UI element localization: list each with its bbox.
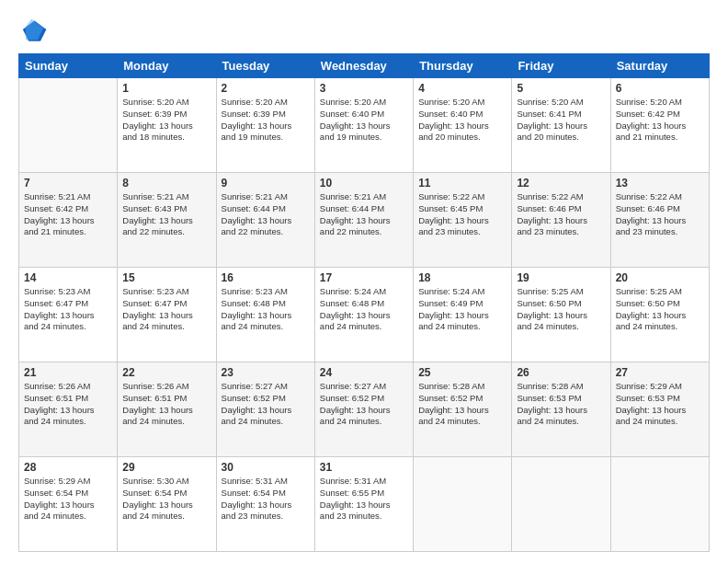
cell-daylight-info: Sunrise: 5:23 AM Sunset: 6:47 PM Dayligh…	[122, 286, 210, 333]
calendar-cell: 30Sunrise: 5:31 AM Sunset: 6:54 PM Dayli…	[216, 457, 314, 552]
calendar-cell: 13Sunrise: 5:22 AM Sunset: 6:46 PM Dayli…	[610, 173, 709, 268]
cell-daylight-info: Sunrise: 5:27 AM Sunset: 6:52 PM Dayligh…	[320, 381, 408, 428]
calendar-header-row: SundayMondayTuesdayWednesdayThursdayFrid…	[19, 54, 710, 78]
col-header-wednesday: Wednesday	[314, 54, 413, 78]
cell-daylight-info: Sunrise: 5:25 AM Sunset: 6:50 PM Dayligh…	[616, 286, 704, 333]
day-number: 31	[320, 461, 408, 474]
calendar-cell: 6Sunrise: 5:20 AM Sunset: 6:42 PM Daylig…	[610, 78, 709, 173]
calendar-cell: 28Sunrise: 5:29 AM Sunset: 6:54 PM Dayli…	[19, 457, 118, 552]
col-header-sunday: Sunday	[19, 54, 118, 78]
cell-daylight-info: Sunrise: 5:22 AM Sunset: 6:46 PM Dayligh…	[517, 191, 605, 238]
calendar-cell: 19Sunrise: 5:25 AM Sunset: 6:50 PM Dayli…	[512, 268, 610, 362]
logo	[18, 15, 51, 44]
calendar-cell: 26Sunrise: 5:28 AM Sunset: 6:53 PM Dayli…	[512, 362, 610, 457]
day-number: 21	[24, 366, 112, 379]
cell-daylight-info: Sunrise: 5:21 AM Sunset: 6:44 PM Dayligh…	[320, 191, 408, 238]
day-number: 20	[616, 271, 704, 284]
cell-daylight-info: Sunrise: 5:20 AM Sunset: 6:40 PM Dayligh…	[320, 97, 408, 144]
col-header-tuesday: Tuesday	[216, 54, 314, 78]
calendar-cell	[512, 457, 610, 552]
calendar-week-row: 28Sunrise: 5:29 AM Sunset: 6:54 PM Dayli…	[19, 457, 710, 552]
day-number: 5	[517, 82, 605, 95]
col-header-monday: Monday	[118, 54, 216, 78]
calendar-cell: 4Sunrise: 5:20 AM Sunset: 6:40 PM Daylig…	[414, 78, 512, 173]
cell-daylight-info: Sunrise: 5:24 AM Sunset: 6:48 PM Dayligh…	[320, 286, 408, 333]
calendar-cell: 7Sunrise: 5:21 AM Sunset: 6:42 PM Daylig…	[19, 173, 118, 268]
calendar-cell: 3Sunrise: 5:20 AM Sunset: 6:40 PM Daylig…	[314, 78, 413, 173]
calendar-cell: 2Sunrise: 5:20 AM Sunset: 6:39 PM Daylig…	[216, 78, 314, 173]
cell-daylight-info: Sunrise: 5:22 AM Sunset: 6:46 PM Dayligh…	[616, 191, 704, 238]
calendar-cell: 21Sunrise: 5:26 AM Sunset: 6:51 PM Dayli…	[19, 362, 118, 457]
calendar-page: SundayMondayTuesdayWednesdayThursdayFrid…	[0, 0, 728, 563]
cell-daylight-info: Sunrise: 5:26 AM Sunset: 6:51 PM Dayligh…	[122, 381, 210, 428]
day-number: 23	[222, 366, 310, 379]
calendar-cell: 18Sunrise: 5:24 AM Sunset: 6:49 PM Dayli…	[414, 268, 512, 362]
cell-daylight-info: Sunrise: 5:20 AM Sunset: 6:39 PM Dayligh…	[222, 97, 310, 144]
cell-daylight-info: Sunrise: 5:20 AM Sunset: 6:39 PM Dayligh…	[122, 97, 210, 144]
day-number: 6	[616, 82, 704, 95]
day-number: 11	[418, 177, 506, 190]
day-number: 7	[24, 177, 112, 190]
calendar-cell: 5Sunrise: 5:20 AM Sunset: 6:41 PM Daylig…	[512, 78, 610, 173]
calendar-table: SundayMondayTuesdayWednesdayThursdayFrid…	[18, 53, 710, 552]
day-number: 30	[222, 461, 310, 474]
calendar-cell: 15Sunrise: 5:23 AM Sunset: 6:47 PM Dayli…	[118, 268, 216, 362]
day-number: 24	[320, 366, 408, 379]
cell-daylight-info: Sunrise: 5:28 AM Sunset: 6:53 PM Dayligh…	[517, 381, 605, 428]
day-number: 25	[418, 366, 506, 379]
calendar-cell	[414, 457, 512, 552]
calendar-cell: 9Sunrise: 5:21 AM Sunset: 6:44 PM Daylig…	[216, 173, 314, 268]
day-number: 13	[616, 177, 704, 190]
cell-daylight-info: Sunrise: 5:23 AM Sunset: 6:47 PM Dayligh…	[24, 286, 112, 333]
calendar-cell: 22Sunrise: 5:26 AM Sunset: 6:51 PM Dayli…	[118, 362, 216, 457]
calendar-cell: 17Sunrise: 5:24 AM Sunset: 6:48 PM Dayli…	[314, 268, 413, 362]
day-number: 16	[222, 271, 310, 284]
col-header-saturday: Saturday	[610, 54, 709, 78]
day-number: 2	[222, 82, 310, 95]
day-number: 1	[122, 82, 210, 95]
calendar-cell: 25Sunrise: 5:28 AM Sunset: 6:52 PM Dayli…	[414, 362, 512, 457]
calendar-week-row: 21Sunrise: 5:26 AM Sunset: 6:51 PM Dayli…	[19, 362, 710, 457]
day-number: 4	[418, 82, 506, 95]
col-header-thursday: Thursday	[414, 54, 512, 78]
cell-daylight-info: Sunrise: 5:31 AM Sunset: 6:55 PM Dayligh…	[320, 476, 408, 523]
calendar-cell: 11Sunrise: 5:22 AM Sunset: 6:45 PM Dayli…	[414, 173, 512, 268]
cell-daylight-info: Sunrise: 5:27 AM Sunset: 6:52 PM Dayligh…	[222, 381, 310, 428]
day-number: 9	[222, 177, 310, 190]
cell-daylight-info: Sunrise: 5:20 AM Sunset: 6:42 PM Dayligh…	[616, 97, 704, 144]
day-number: 15	[122, 271, 210, 284]
cell-daylight-info: Sunrise: 5:20 AM Sunset: 6:40 PM Dayligh…	[418, 97, 506, 144]
cell-daylight-info: Sunrise: 5:29 AM Sunset: 6:53 PM Dayligh…	[616, 381, 704, 428]
calendar-cell: 14Sunrise: 5:23 AM Sunset: 6:47 PM Dayli…	[19, 268, 118, 362]
day-number: 8	[122, 177, 210, 190]
cell-daylight-info: Sunrise: 5:22 AM Sunset: 6:45 PM Dayligh…	[418, 191, 506, 238]
day-number: 12	[517, 177, 605, 190]
cell-daylight-info: Sunrise: 5:23 AM Sunset: 6:48 PM Dayligh…	[222, 286, 310, 333]
day-number: 28	[24, 461, 112, 474]
calendar-cell: 1Sunrise: 5:20 AM Sunset: 6:39 PM Daylig…	[118, 78, 216, 173]
calendar-cell: 8Sunrise: 5:21 AM Sunset: 6:43 PM Daylig…	[118, 173, 216, 268]
header	[18, 15, 710, 44]
day-number: 29	[122, 461, 210, 474]
col-header-friday: Friday	[512, 54, 610, 78]
calendar-cell: 16Sunrise: 5:23 AM Sunset: 6:48 PM Dayli…	[216, 268, 314, 362]
cell-daylight-info: Sunrise: 5:20 AM Sunset: 6:41 PM Dayligh…	[517, 97, 605, 144]
calendar-week-row: 7Sunrise: 5:21 AM Sunset: 6:42 PM Daylig…	[19, 173, 710, 268]
day-number: 3	[320, 82, 408, 95]
cell-daylight-info: Sunrise: 5:31 AM Sunset: 6:54 PM Dayligh…	[222, 476, 310, 523]
cell-daylight-info: Sunrise: 5:26 AM Sunset: 6:51 PM Dayligh…	[24, 381, 112, 428]
day-number: 27	[616, 366, 704, 379]
day-number: 10	[320, 177, 408, 190]
cell-daylight-info: Sunrise: 5:25 AM Sunset: 6:50 PM Dayligh…	[517, 286, 605, 333]
calendar-cell: 12Sunrise: 5:22 AM Sunset: 6:46 PM Dayli…	[512, 173, 610, 268]
cell-daylight-info: Sunrise: 5:28 AM Sunset: 6:52 PM Dayligh…	[418, 381, 506, 428]
cell-daylight-info: Sunrise: 5:30 AM Sunset: 6:54 PM Dayligh…	[122, 476, 210, 523]
cell-daylight-info: Sunrise: 5:21 AM Sunset: 6:44 PM Dayligh…	[222, 191, 310, 238]
calendar-cell: 10Sunrise: 5:21 AM Sunset: 6:44 PM Dayli…	[314, 173, 413, 268]
day-number: 14	[24, 271, 112, 284]
day-number: 19	[517, 271, 605, 284]
calendar-week-row: 1Sunrise: 5:20 AM Sunset: 6:39 PM Daylig…	[19, 78, 710, 173]
calendar-cell	[610, 457, 709, 552]
day-number: 17	[320, 271, 408, 284]
logo-icon	[18, 15, 48, 44]
